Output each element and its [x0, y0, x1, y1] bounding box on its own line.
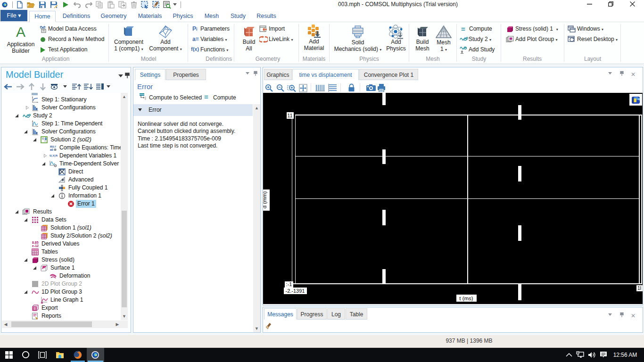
svg-text:8.85: 8.85	[32, 241, 39, 244]
svg-text:11: 11	[287, 113, 292, 118]
svg-text:-2.-1391: -2.-1391	[286, 288, 305, 294]
svg-text:d (mm): d (mm)	[263, 191, 267, 209]
svg-text:e-12: e-12	[32, 244, 39, 247]
svg-text:1l: 1l	[637, 285, 642, 291]
svg-text:t (ms): t (ms)	[459, 296, 473, 301]
svg-text:u,v,w: u,v,w	[50, 153, 58, 157]
svg-text::-1: :-1	[286, 281, 292, 287]
svg-text:at: at	[50, 148, 53, 151]
